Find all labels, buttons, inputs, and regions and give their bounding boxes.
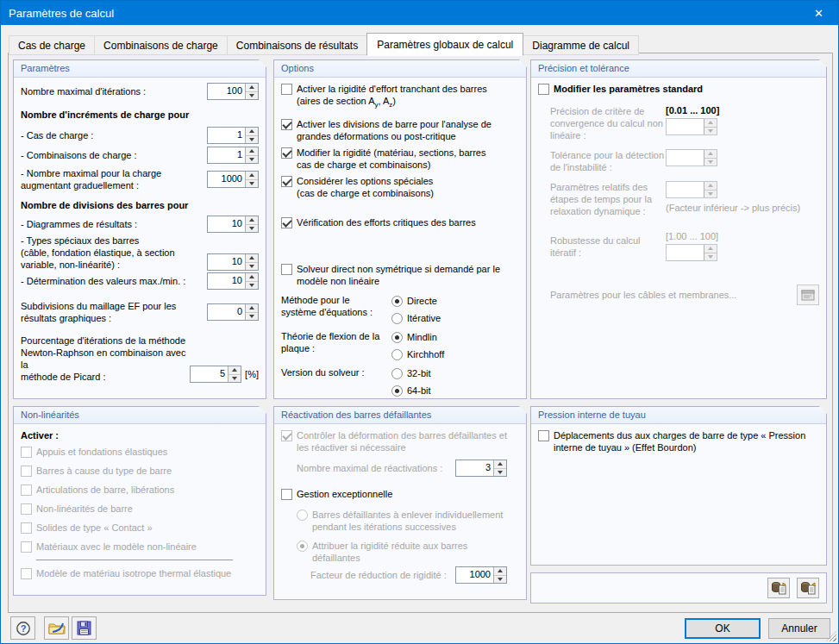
radio-32bit[interactable]: 32-bit (391, 366, 431, 379)
inc-comb-label: - Combinaisons de charge : (21, 149, 137, 161)
div-max-stepper[interactable]: 10 (207, 272, 259, 290)
radio-icon[interactable] (391, 296, 403, 307)
help-icon: ? (16, 621, 31, 636)
spin-up-icon (494, 460, 506, 469)
barres-type-checkbox (21, 466, 32, 477)
effet-bourdon-label: Déplacements dus aux charges de barre de… (554, 429, 805, 453)
help-button[interactable]: ? (10, 616, 35, 640)
radio-icon[interactable] (391, 332, 403, 343)
spin-up-icon (704, 245, 717, 253)
shear-stiffness-checkbox[interactable] (281, 84, 292, 95)
calculation-parameters-dialog: Paramètres de calcul ✕ Cas de charge Com… (0, 0, 839, 644)
facteur-reduction-label: Facteur de réduction de rigidité : (310, 569, 447, 581)
enlever-label: Barres défaillantes à enlever individuel… (312, 509, 503, 533)
copy-parameters-button[interactable] (767, 578, 790, 598)
close-icon[interactable]: ✕ (799, 1, 838, 25)
spin-down-icon (246, 263, 258, 271)
member-divisions-checkbox[interactable] (281, 119, 292, 130)
spin-down-icon (229, 375, 241, 383)
spin-up-icon (704, 150, 717, 159)
spin-down-icon (704, 191, 717, 198)
cables-membranes-button (797, 284, 819, 305)
divider (36, 560, 233, 560)
radio-iterative[interactable]: Itérative (391, 311, 441, 324)
gestion-exceptionnelle-label: Gestion exceptionnelle (297, 488, 392, 500)
div-types-stepper[interactable]: 10 (207, 253, 259, 271)
titlebar: Paramètres de calcul ✕ (1, 1, 838, 25)
open-folder-icon (48, 621, 66, 635)
ok-button[interactable]: OK (685, 618, 761, 639)
picard-stepper[interactable]: 5 (190, 366, 241, 383)
save-button[interactable] (72, 616, 97, 640)
appuis-checkbox (21, 447, 32, 458)
gestion-exceptionnelle-checkbox[interactable] (281, 489, 292, 500)
relaxation-note: (Facteur inférieur -> plus précis) (666, 203, 819, 213)
open-button[interactable] (44, 616, 69, 640)
radio-64bit[interactable]: 64-bit (391, 384, 431, 397)
radio-icon[interactable] (391, 368, 403, 379)
special-options-label: Considérer les options spéciales (cas de… (297, 175, 434, 199)
max-reactivations-stepper: 3 (455, 460, 507, 477)
modify-stiffness-label: Modifier la rigidité (matériau, sections… (297, 147, 485, 171)
equation-method-label: Méthode pour le système d'équations : (281, 294, 391, 324)
nonsymmetric-solver-checkbox[interactable] (281, 264, 292, 275)
div-types-label: - Types spéciaux des barres (câble, fond… (21, 234, 175, 271)
critical-forces-checkbox[interactable] (281, 217, 292, 228)
solver-version-label: Version du solveur : (281, 366, 391, 397)
radio-icon[interactable] (391, 349, 403, 360)
spin-up-icon (704, 119, 717, 128)
tab-strip: Cas de charge Combinaisons de charge Com… (9, 33, 638, 55)
radio-directe[interactable]: Directe (391, 294, 441, 307)
modify-standard-checkbox[interactable] (538, 84, 549, 95)
tab-cas-de-charge[interactable]: Cas de charge (9, 35, 95, 55)
tab-parametres-globaux[interactable]: Paramètres globaux de calcul (366, 33, 523, 56)
cables-membranes-label: Paramètres pour les câbles et membranes.… (550, 290, 736, 300)
spin-down-icon (246, 282, 258, 290)
robustness-range-hint: [1.00 ... 100] (666, 231, 819, 244)
cancel-button[interactable]: Annuler (768, 618, 830, 639)
radio-icon[interactable] (391, 385, 403, 397)
nonsymmetric-solver-label: Solveur direct non symétrique si demandé… (297, 263, 500, 287)
attribuer-radio (297, 541, 308, 552)
spin-up-icon (246, 128, 258, 136)
group-parametres-title: Paramètres (14, 60, 266, 78)
tab-combinaisons-de-charge[interactable]: Combinaisons de charge (94, 35, 228, 55)
div-max-label: - Détermination des valeurs max./min. : (21, 275, 185, 287)
modify-standard-label: Modifier les paramètres standard (554, 83, 703, 95)
subdiv-stepper[interactable]: 0 (207, 303, 259, 321)
effet-bourdon-checkbox[interactable] (538, 430, 549, 441)
radio-icon[interactable] (391, 313, 403, 324)
group-pression-title: Pression interne de tuyau (531, 407, 826, 424)
inc-comb-stepper[interactable]: 1 (207, 147, 259, 164)
activer-label: Activer : (21, 429, 259, 441)
member-divisions-label: Activer les divisions de barre pour l'an… (297, 118, 492, 142)
group-pression: Pression interne de tuyau Déplacements d… (530, 406, 827, 566)
spin-up-icon (246, 84, 258, 92)
save-icon (77, 621, 91, 635)
divisions-heading: Nombre de divisions des barres pour (21, 199, 259, 211)
spin-down-icon (246, 136, 258, 144)
spin-up-icon (246, 254, 258, 263)
inc-max-stepper[interactable]: 1000 (207, 171, 259, 188)
paste-parameters-button[interactable] (797, 578, 819, 598)
div-diag-stepper[interactable]: 10 (207, 216, 259, 233)
max-iterations-stepper[interactable]: 100 (207, 83, 259, 100)
spin-up-icon (494, 567, 506, 576)
group-nonlinearites: Non-linéarités Activer : Appuis et fonda… (13, 406, 266, 596)
spin-up-icon (704, 182, 717, 191)
robustness-stepper (666, 244, 717, 261)
modify-stiffness-checkbox[interactable] (281, 147, 292, 159)
dialog-title: Paramètres de calcul (9, 7, 114, 20)
tab-combinaisons-de-resultats[interactable]: Combinaisons de résultats (227, 35, 367, 55)
spin-down-icon (494, 469, 506, 477)
tab-diagramme-de-calcul[interactable]: Diagramme de calcul (523, 35, 639, 55)
robustness-label: Robustesse du calcul itératif : (538, 234, 666, 262)
group-reactivation: Réactivation des barres défaillantes Con… (273, 406, 527, 600)
special-options-checkbox[interactable] (281, 176, 292, 187)
dynamic-relaxation-label: Paramètres relatifs des étapes de temps … (538, 181, 666, 217)
parameters-transfer-strip (530, 572, 827, 603)
inc-max-label: - Nombre maximal pour la charge augmenta… (21, 167, 161, 191)
inc-cas-stepper[interactable]: 1 (207, 127, 259, 144)
radio-mindlin[interactable]: Mindlin (391, 330, 444, 343)
radio-kirchhoff[interactable]: Kirchhoff (391, 347, 444, 360)
